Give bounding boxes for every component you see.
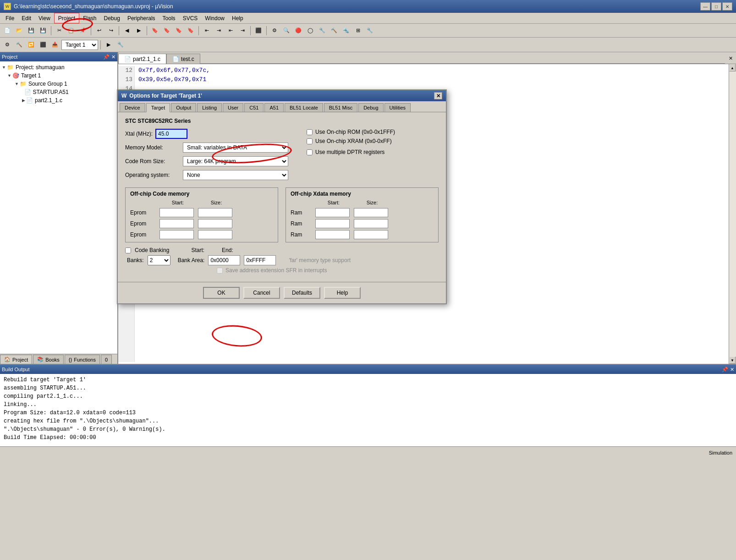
tb-layout[interactable]: ⊞ <box>352 25 363 36</box>
tb-bm3[interactable]: 🔖 <box>173 25 184 36</box>
menu-peripherals[interactable]: Peripherals <box>124 13 159 23</box>
eprom1-start[interactable] <box>159 208 194 217</box>
tb-save[interactable]: 💾 <box>26 25 37 36</box>
eprom3-size[interactable] <box>198 230 232 239</box>
editor-tab-part2[interactable]: 📄 part2.1_1.c <box>118 54 166 64</box>
use-onchip-xram-checkbox[interactable] <box>307 138 313 144</box>
code-banking-checkbox[interactable] <box>125 247 131 253</box>
menu-edit[interactable]: Edit <box>18 13 35 23</box>
tb-stop[interactable]: ⬛ <box>38 39 49 50</box>
tb-load[interactable]: 📥 <box>49 39 60 50</box>
tb-outdent2[interactable]: ⇥ <box>237 25 248 36</box>
tb-r1[interactable]: ⚙ <box>269 25 280 36</box>
tb-r5[interactable]: 🔧 <box>317 25 328 36</box>
close-button[interactable]: ✕ <box>722 2 732 11</box>
dialog-tab-c51[interactable]: C51 <box>244 103 264 112</box>
tb-bm4[interactable]: 🔖 <box>185 25 196 36</box>
bank-start-input[interactable] <box>208 255 240 265</box>
build-close[interactable]: ✕ <box>730 367 734 373</box>
tb-forward[interactable]: ▶ <box>133 25 144 36</box>
panel-pin[interactable]: 📌 <box>103 54 110 60</box>
ram1-start[interactable] <box>315 208 350 217</box>
tb-paste[interactable]: 📌 <box>77 25 88 36</box>
tb-copy[interactable]: 📋 <box>66 25 77 36</box>
menu-view[interactable]: View <box>35 13 54 23</box>
maximize-button[interactable]: □ <box>711 2 721 11</box>
tab-books[interactable]: 📚 Books <box>33 355 64 364</box>
use-dptr-checkbox[interactable] <box>307 149 313 155</box>
tree-startup[interactable]: 📄 STARTUP.A51 <box>0 88 117 96</box>
os-select[interactable]: None <box>183 170 288 180</box>
menu-svcs[interactable]: SVCS <box>179 13 202 23</box>
tb-hex[interactable]: ⬛ <box>253 25 264 36</box>
memory-model-select[interactable]: Small: variables in DATA Compact: variab… <box>183 143 288 153</box>
tb-r4[interactable]: ◯ <box>305 25 316 36</box>
eprom2-start[interactable] <box>159 219 194 228</box>
dialog-tab-output[interactable]: Output <box>171 103 196 112</box>
tb-bookmark[interactable]: 🔖 <box>149 25 160 36</box>
tree-project[interactable]: ▼ 📁 Project: shumaguan <box>0 63 117 71</box>
tb-compile[interactable]: ⚙ <box>2 39 13 50</box>
ram3-start[interactable] <box>315 230 350 239</box>
scroll-up-btn[interactable]: ▲ <box>729 64 736 71</box>
menu-debug[interactable]: Debug <box>100 13 124 23</box>
tb-debug-opts[interactable]: 🔧 <box>115 39 126 50</box>
tab-functions[interactable]: {} Functions <box>65 355 100 364</box>
dialog-tab-utilities[interactable]: Utilities <box>384 103 411 112</box>
tb-r7[interactable]: 🔩 <box>341 25 352 36</box>
tb-new[interactable]: 📄 <box>2 25 13 36</box>
menu-help[interactable]: Help <box>228 13 247 23</box>
dialog-tab-device[interactable]: Device <box>120 103 145 112</box>
dialog-tab-bl51-misc[interactable]: BL51 Misc <box>324 103 357 112</box>
tab-extra[interactable]: 0 <box>101 355 112 364</box>
menu-flash[interactable]: Flash <box>79 13 100 23</box>
menu-window[interactable]: Window <box>201 13 228 23</box>
eprom1-size[interactable] <box>198 208 232 217</box>
ok-button[interactable]: OK <box>203 287 240 299</box>
dialog-close-btn[interactable]: ✕ <box>434 92 442 99</box>
bank-end-input[interactable] <box>244 255 276 265</box>
tb-r2[interactable]: 🔍 <box>281 25 292 36</box>
tb-undo[interactable]: ↩ <box>93 25 104 36</box>
menu-project[interactable]: Project <box>54 13 79 23</box>
tb-open[interactable]: 📂 <box>14 25 25 36</box>
ram1-size[interactable] <box>354 208 388 217</box>
tb-cut[interactable]: ✂ <box>54 25 65 36</box>
tb-build[interactable]: 🔨 <box>14 39 25 50</box>
tb-bm2[interactable]: 🔖 <box>161 25 172 36</box>
dialog-tab-listing[interactable]: Listing <box>197 103 222 112</box>
code-rom-select[interactable]: Large: 64K program <box>183 156 288 166</box>
tb-outdent[interactable]: ⇥ <box>213 25 224 36</box>
tb-back[interactable]: ◀ <box>121 25 132 36</box>
banks-select[interactable]: 2 4 8 16 32 <box>148 255 170 265</box>
tb-rebuild[interactable]: 🔁 <box>26 39 37 50</box>
panel-close[interactable]: ✕ <box>111 54 115 60</box>
dialog-tab-debug[interactable]: Debug <box>358 103 383 112</box>
tab-close-button[interactable]: ✕ <box>725 53 736 64</box>
tb-indent2[interactable]: ⇤ <box>225 25 236 36</box>
editor-tab-test[interactable]: 📄 test.c <box>166 54 200 64</box>
ram3-size[interactable] <box>354 230 388 239</box>
editor-scrollbar[interactable]: ▲ ▼ <box>729 64 736 364</box>
dialog-tab-user[interactable]: User <box>223 103 243 112</box>
eprom3-start[interactable] <box>159 230 194 239</box>
menu-file[interactable]: File <box>2 13 18 23</box>
tree-target1[interactable]: ▼ 🎯 Target 1 <box>0 71 117 80</box>
xtal-input[interactable] <box>155 129 187 139</box>
dialog-tab-bl51-locate[interactable]: BL51 Locate <box>285 103 323 112</box>
tb-redo[interactable]: ↪ <box>105 25 116 36</box>
minimize-button[interactable]: — <box>700 2 710 11</box>
target-select[interactable]: Target 1 <box>61 40 98 50</box>
tree-part2[interactable]: ▶ 📄 part2.1_1.c <box>0 96 117 104</box>
scroll-down-btn[interactable]: ▼ <box>729 357 736 364</box>
dialog-tab-target[interactable]: Target <box>146 103 170 112</box>
dialog-tab-a51[interactable]: A51 <box>264 103 284 112</box>
eprom2-size[interactable] <box>198 219 232 228</box>
tb-r6[interactable]: 🔨 <box>329 25 340 36</box>
tb-debug-run[interactable]: ▶ <box>103 39 114 50</box>
tb-r3[interactable]: 🔴 <box>293 25 304 36</box>
tab-project[interactable]: 🏠 Project <box>0 355 32 364</box>
use-onchip-rom-checkbox[interactable] <box>307 129 313 135</box>
tb-indent[interactable]: ⇤ <box>201 25 212 36</box>
ram2-start[interactable] <box>315 219 350 228</box>
